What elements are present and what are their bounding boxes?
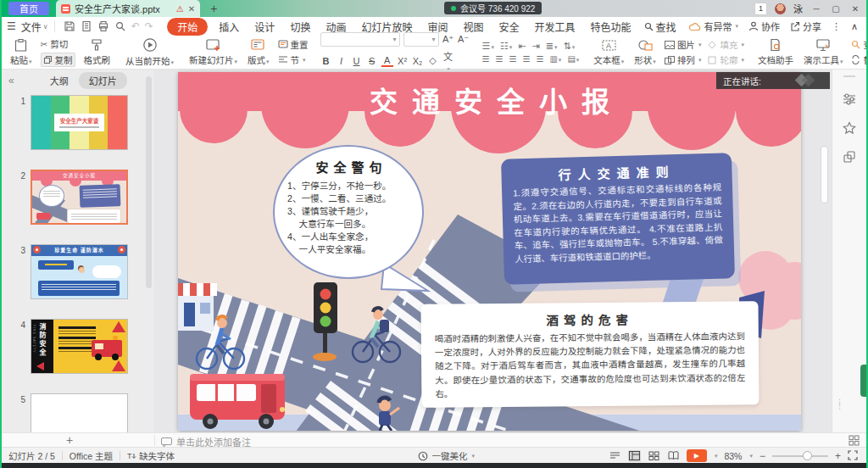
collapse-ribbon-icon[interactable]: ∧ (851, 21, 858, 32)
cloud-status[interactable]: 有异常▾ (688, 20, 738, 33)
picture-button[interactable]: 图片▾ (665, 38, 702, 51)
print-icon[interactable] (97, 20, 109, 32)
font-grow-button[interactable]: A⁺ (442, 34, 454, 45)
format-painter-button[interactable]: 格式刷 (79, 36, 116, 69)
font-name-select[interactable]: ▾ (320, 32, 400, 47)
align-right-button[interactable]: ☰ (509, 54, 517, 64)
rail-handle[interactable] (843, 75, 855, 77)
tab-security[interactable]: 安全 (491, 18, 526, 36)
menu-find[interactable]: 查找 (644, 20, 676, 34)
slide-canvas[interactable]: 交通安全小报 安全警句 1、宁停三分，不抢一秒。 2、一慢、二看、三通过。 3、… (178, 72, 801, 431)
notes-view-icon[interactable] (609, 450, 621, 462)
close-tab-icon[interactable]: ✕ (188, 4, 195, 14)
safety-slogans-bubble[interactable]: 安全警句 1、宁停三分，不抢一秒。 2、一慢、二看、三通过。 3、谨慎驾驶千趟少… (273, 145, 424, 279)
numbering-button[interactable]: ☷▾ (500, 41, 512, 52)
paste-button[interactable]: 粘贴▾ (5, 36, 37, 69)
bullets-button[interactable]: ☰▾ (482, 41, 494, 52)
new-tab-button[interactable]: + (210, 2, 217, 15)
indent-button[interactable]: ⇥ (532, 41, 540, 52)
tab-transition[interactable]: 切换 (282, 18, 318, 36)
copy-button[interactable]: 复制 (41, 53, 75, 67)
tab-home[interactable]: 开始 (167, 18, 208, 36)
meeting-pill[interactable]: 会议号 736 420 922 (444, 2, 542, 14)
beautify-button[interactable]: 一键美化▾ (418, 449, 475, 462)
document-tab[interactable]: 安全生产大家谈.pptx ⚠ ✕ (56, 0, 200, 17)
outdent-button[interactable]: ⇤ (518, 41, 526, 52)
arrange-button[interactable]: 排列▾ (665, 53, 702, 66)
print-preview-icon[interactable] (114, 20, 126, 32)
grid-view-icon[interactable] (849, 435, 860, 448)
section-button[interactable]: 节▾ (278, 53, 309, 66)
strike-button[interactable]: S (366, 56, 378, 66)
maximize-button[interactable]: ▢ (830, 4, 842, 14)
columns-button[interactable]: ▥▾ (549, 54, 561, 64)
undo-icon[interactable]: ↶ (131, 20, 140, 32)
doc-assistant-button[interactable]: 文档助手 (753, 36, 798, 69)
presentation-tools-button[interactable]: 演示工具▾ (798, 36, 849, 69)
more-icon[interactable]: ⋮ (832, 21, 841, 32)
shapes-button[interactable]: 形状▾ (629, 36, 661, 69)
layers-icon[interactable] (843, 150, 856, 164)
redo-icon[interactable]: ↷ (145, 20, 153, 32)
minimize-button[interactable]: ─ (810, 4, 822, 14)
sidebar-scrollbar[interactable] (146, 76, 152, 288)
textbox-button[interactable]: A 文本框▾ (588, 36, 629, 69)
align-left-button[interactable]: ☰ (482, 54, 490, 64)
normal-view-icon[interactable] (628, 450, 641, 462)
notification-badge[interactable]: 1 (754, 3, 767, 15)
new-slide-button[interactable]: 新建幻灯片▾ (184, 36, 242, 69)
collaborate-button[interactable]: 协作 (748, 20, 780, 33)
save-icon[interactable] (64, 20, 75, 32)
share-button[interactable]: 分享 (790, 20, 821, 33)
main-scrollbar[interactable] (821, 146, 828, 203)
distribute-button[interactable]: ☰ (536, 54, 543, 64)
slide-thumbnail-3[interactable]: 3 珍爱生命 谨防溺水 (2, 244, 154, 299)
hamburger-icon[interactable]: ☰ (7, 20, 16, 32)
line-spacing-button[interactable]: ≣▾ (546, 41, 558, 52)
theme-name[interactable]: Office 主题 (70, 449, 113, 462)
slide-thumbnail-2-selected[interactable]: 2 交通安全小报 (2, 170, 154, 225)
object-properties-icon[interactable] (843, 92, 856, 106)
tab-features[interactable]: 特色功能 (582, 18, 638, 36)
zoom-out-button[interactable]: − (760, 450, 765, 462)
tab-insert[interactable]: 插入 (211, 18, 247, 36)
fit-screen-icon[interactable] (848, 450, 858, 462)
justify-button[interactable]: ☰ (522, 54, 530, 64)
slides-tab[interactable]: 幻灯片 (79, 72, 127, 89)
file-menu[interactable]: 文件 (21, 20, 42, 34)
slide-thumbnail-1[interactable]: 1 安全生产大家谈 (2, 95, 154, 150)
tab-devtools[interactable]: 开发工具 (526, 18, 582, 36)
pedestrian-rules-box[interactable]: 行人交通准则 1.须遵守交通信号、交通标志和交通标线的各种规定。2.须在右边的人… (501, 153, 735, 285)
font-shrink-button[interactable]: A⁻ (458, 34, 470, 45)
effects-star-icon[interactable] (843, 121, 856, 135)
reset-button[interactable]: 重置 (278, 38, 309, 51)
collapse-panel-icon[interactable]: « (8, 75, 14, 86)
output-icon[interactable] (81, 20, 92, 32)
missing-font-indicator[interactable]: T 缺失字体 (127, 449, 175, 462)
text-direction-button[interactable]: ⇅▾ (564, 41, 576, 52)
text-align-vertical-button[interactable]: ▤▾ (567, 54, 579, 64)
subscript-button[interactable]: X₂ (412, 56, 424, 66)
play-options-caret[interactable]: ▾ (715, 453, 718, 460)
zoom-in-button[interactable]: + (835, 450, 841, 462)
slide-sorter-icon[interactable] (648, 450, 660, 462)
play-from-current-button[interactable]: 从当前开始▾ (120, 36, 179, 69)
font-color-button[interactable]: A (381, 55, 393, 67)
zoom-level[interactable]: 83% (724, 451, 742, 461)
slide-title[interactable]: 交通安全小报 (178, 80, 801, 120)
italic-button[interactable]: I (336, 56, 348, 66)
zoom-slider[interactable] (772, 455, 828, 457)
add-slide-button[interactable]: + (66, 433, 73, 447)
outline-tab[interactable]: 大纲 (50, 74, 69, 87)
drunk-driving-box[interactable]: 酒驾的危害 喝酒时酒精的刺激使人兴奋，在不知不觉中就会喝多，当酒精在人体血液内达… (420, 301, 759, 407)
home-tab[interactable]: 首页 (8, 2, 49, 15)
play-slideshow-button[interactable]: ▶ (687, 449, 707, 462)
slide-thumbnail-5[interactable]: 5 (2, 393, 154, 432)
font-size-select[interactable]: ▾ (403, 32, 439, 47)
reading-view-icon[interactable] (667, 450, 680, 462)
bold-button[interactable]: B (320, 56, 332, 66)
close-button[interactable]: ✕ (849, 4, 861, 14)
tab-design[interactable]: 设计 (247, 18, 282, 36)
cut-button[interactable]: ✂剪切 (41, 37, 75, 50)
align-center-button[interactable]: ☰ (496, 54, 504, 64)
